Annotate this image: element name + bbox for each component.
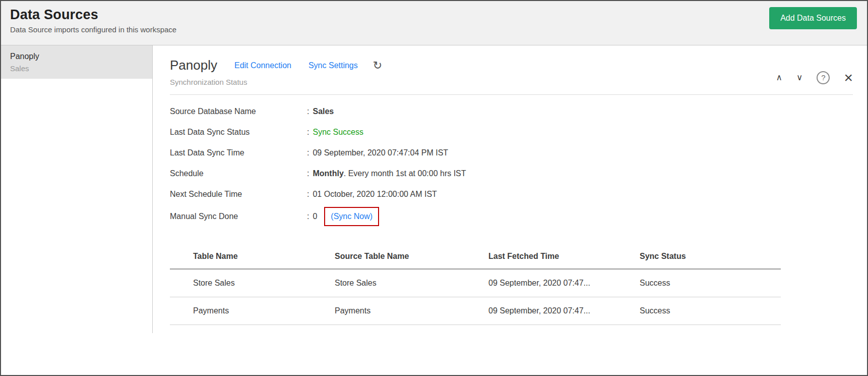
sidebar: Panoply Sales [1,45,153,375]
add-data-sources-button[interactable]: Add Data Sources [769,7,857,29]
detail-label: Last Data Sync Status [170,128,307,137]
detail-colon: : [307,107,309,116]
page-title: Data Sources [10,7,176,23]
page-header: Data Sources Data Source imports configu… [1,1,867,45]
detail-colon: : [307,190,309,199]
page-subtitle: Data Source imports configured in this w… [10,25,176,34]
sync-status-subtitle: Synchronization Status [170,78,382,86]
schedule-detail-value: . Every month 1st at 00:00 hrs IST [344,169,466,178]
detail-row-sync-status: Last Data Sync Status : Sync Success [170,122,853,142]
sidebar-item-name: Panoply [10,52,144,61]
schedule-frequency-value: Monthly [313,169,343,178]
manual-sync-count: 0 [313,212,317,221]
page-header-text: Data Sources Data Source imports configu… [10,7,176,34]
panel-header-icons: ∧ ∨ ? × [776,69,853,86]
panel-header-left: Panoply Edit Connection Sync Settings ↻ … [170,58,382,86]
tables-sync-table: Table Name Source Table Name Last Fetche… [170,245,781,325]
detail-row-schedule: Schedule : Monthly . Every month 1st at … [170,163,853,184]
detail-row-manual-sync: Manual Sync Done : 0 (Sync Now) [170,204,853,229]
cell-table-name: Store Sales [170,269,329,297]
column-header-table-name: Table Name [170,245,329,269]
column-header-source-table-name: Source Table Name [329,245,482,269]
cell-sync-status: Success [634,297,781,325]
edit-connection-link[interactable]: Edit Connection [234,61,291,70]
source-database-value: Sales [313,107,334,116]
panel-header: Panoply Edit Connection Sync Settings ↻ … [170,58,853,86]
detail-colon: : [307,148,309,157]
detail-colon: : [307,169,309,178]
detail-row-source-database: Source Database Name : Sales [170,101,853,122]
column-header-last-fetched-time: Last Fetched Time [482,245,634,269]
sync-time-value: 09 September, 2020 07:47:04 PM IST [313,148,448,157]
content-area: Panoply Sales Panoply Edit Connection Sy… [1,45,867,375]
panel-title-row: Panoply Edit Connection Sync Settings ↻ [170,58,382,73]
detail-label: Manual Sync Done [170,212,307,221]
app-window: Data Sources Data Source imports configu… [0,0,868,376]
datasource-title: Panoply [170,58,217,73]
table-row: Payments Payments 09 September, 2020 07:… [170,297,781,325]
detail-colon: : [307,128,309,137]
next-schedule-value: 01 October, 2020 12:00:00 AM IST [313,190,437,199]
column-header-sync-status: Sync Status [634,245,781,269]
detail-label: Source Database Name [170,107,307,116]
detail-row-next-schedule: Next Schedule Time : 01 October, 2020 12… [170,184,853,204]
detail-label: Schedule [170,169,307,178]
cell-last-fetched-time: 09 September, 2020 07:47... [482,297,634,325]
table-row: Store Sales Store Sales 09 September, 20… [170,269,781,297]
cell-table-name: Payments [170,297,329,325]
sync-status-value: Sync Success [313,128,363,137]
sync-settings-link[interactable]: Sync Settings [308,61,358,70]
cell-source-table-name: Store Sales [329,269,482,297]
detail-colon: : [307,212,309,221]
cell-source-table-name: Payments [329,297,482,325]
help-icon[interactable]: ? [817,71,830,84]
sidebar-item-panoply[interactable]: Panoply Sales [1,45,153,79]
detail-label: Last Data Sync Time [170,148,307,157]
cell-last-fetched-time: 09 September, 2020 07:47... [482,269,634,297]
sync-details: Source Database Name : Sales Last Data S… [170,101,853,229]
chevron-down-icon[interactable]: ∨ [796,73,802,82]
close-icon[interactable]: × [844,70,853,85]
sync-now-link[interactable]: (Sync Now) [331,212,373,221]
datasource-panel: Panoply Edit Connection Sync Settings ↻ … [153,45,867,375]
sync-now-annotation-box: (Sync Now) [324,207,379,226]
table-header-row: Table Name Source Table Name Last Fetche… [170,245,781,269]
chevron-up-icon[interactable]: ∧ [776,73,782,82]
detail-row-sync-time: Last Data Sync Time : 09 September, 2020… [170,142,853,163]
refresh-icon[interactable]: ↻ [373,60,382,71]
header-divider [170,94,853,95]
detail-label: Next Schedule Time [170,190,307,199]
sidebar-item-database: Sales [10,64,144,73]
cell-sync-status: Success [634,269,781,297]
